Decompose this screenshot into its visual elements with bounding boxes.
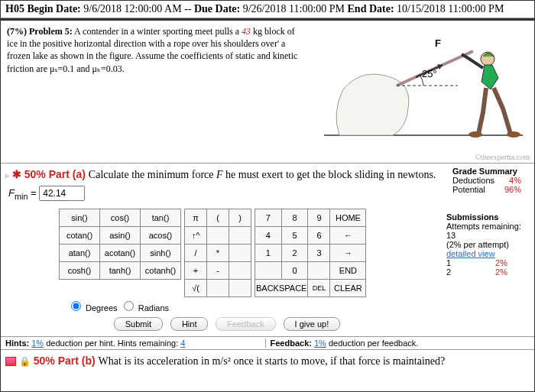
deductions-label: Deductions — [452, 176, 494, 185]
key-1[interactable]: 1 — [255, 245, 282, 262]
key-acotan[interactable]: acotan() — [100, 245, 141, 262]
answer-row: Fmin = — [8, 186, 530, 201]
key-0[interactable]: 0 — [281, 262, 308, 280]
att1: 1 — [446, 258, 451, 267]
due-date: 9/26/2018 11:00:00 PM — [243, 3, 345, 15]
key-cos[interactable]: cos() — [100, 209, 141, 227]
subs-title: Submissions — [446, 212, 530, 222]
svg-point-7 — [507, 131, 520, 138]
key-9[interactable]: 9 — [308, 209, 330, 227]
key-end[interactable]: END — [330, 262, 366, 280]
grade-summary: Grade Summary Deductions4% Potential96% — [452, 167, 521, 194]
key-asin[interactable]: asin() — [100, 227, 141, 245]
answer-var: F — [8, 187, 15, 199]
submit-button[interactable]: Submit — [114, 317, 163, 331]
answer-input[interactable] — [39, 186, 85, 201]
lock-icon: 🔒 — [19, 356, 31, 367]
potential-label: Potential — [452, 185, 485, 194]
key-blank1[interactable] — [207, 227, 229, 245]
key-div[interactable]: / — [185, 245, 207, 262]
problem-figure: F 25° — [324, 36, 523, 147]
subs-per: (2% per attempt) — [446, 240, 530, 249]
part-b-prompt: What is its acceleration in m/s² once it… — [99, 355, 446, 367]
angle-label: 25° — [422, 68, 437, 79]
submissions-box: Submissions Attempts remaining: 13 (2% p… — [446, 212, 530, 277]
key-tan[interactable]: tan() — [141, 209, 181, 227]
fb-cost: 1% — [314, 339, 326, 348]
assignment-header: H05 Begin Date: 9/6/2018 12:00:00 AM -- … — [1, 1, 534, 18]
key-3[interactable]: 3 — [308, 245, 330, 262]
prompt-var: F — [216, 169, 223, 180]
key-sub[interactable]: - — [207, 262, 229, 280]
hint-button[interactable]: Hint — [170, 317, 209, 331]
key-clear[interactable]: CLEAR — [330, 280, 366, 297]
hints-cost: 1% — [31, 339, 44, 348]
detailed-view-link[interactable]: detailed view — [446, 249, 530, 258]
due-label: Due Date: — [194, 3, 240, 15]
key-right[interactable]: → — [330, 245, 366, 262]
key-mul[interactable]: * — [207, 245, 229, 262]
number-keys: 789HOME 456← 123→ 0END BACKSPACEDELCLEAR — [255, 209, 366, 297]
key-add[interactable]: + — [185, 262, 207, 280]
key-4[interactable]: 4 — [255, 227, 282, 245]
key-rparen[interactable]: ) — [229, 209, 251, 227]
potential-val: 96% — [504, 185, 521, 194]
key-pow[interactable]: ↑^ — [185, 227, 207, 245]
key-blank3[interactable] — [229, 245, 251, 262]
end-label: End Date: — [348, 3, 394, 15]
fb-text: deduction per feedback. — [326, 339, 418, 348]
key-5[interactable]: 5 — [281, 227, 308, 245]
key-tanh[interactable]: tanh() — [100, 262, 141, 280]
key-blank2[interactable] — [229, 227, 251, 245]
problem-mass: 43 — [242, 26, 251, 37]
begin-label: Begin Date: — [27, 3, 80, 15]
angle-mode: Degrees Radians — [59, 299, 177, 313]
part-a-prompt: Calculate the minimum force F he must ex… — [89, 169, 436, 180]
grade-title: Grade Summary — [452, 167, 521, 176]
key-home[interactable]: HOME — [330, 209, 366, 227]
end-date: 10/15/2018 11:00:00 PM — [397, 3, 504, 15]
key-cotan[interactable]: cotan() — [60, 227, 100, 245]
key-cotanh[interactable]: cotanh() — [141, 262, 181, 280]
problem-text-pre: A contender in a winter sporting meet pu… — [74, 26, 242, 37]
degrees-radio[interactable]: Degrees — [67, 303, 118, 313]
prompt-pre: Calculate the minimum force — [89, 169, 216, 180]
flag-icon — [5, 357, 16, 366]
arrow-icon: ▹ — [5, 171, 9, 180]
key-pi[interactable]: π — [185, 209, 207, 227]
giveup-button[interactable]: I give up! — [284, 317, 341, 331]
key-lparen[interactable]: ( — [207, 209, 229, 227]
key-sinh[interactable]: sinh() — [141, 245, 181, 262]
operator-keys: π() ↑^ /* +- √( — [184, 209, 251, 297]
key-blank8[interactable] — [308, 262, 330, 280]
key-acos[interactable]: acos() — [141, 227, 181, 245]
key-7[interactable]: 7 — [255, 209, 282, 227]
key-blank6[interactable] — [229, 280, 251, 297]
svg-point-6 — [469, 131, 482, 138]
problem-text: (7%) Problem 5: A contender in a winter … — [7, 25, 305, 75]
key-8[interactable]: 8 — [281, 209, 308, 227]
key-atan[interactable]: atan() — [60, 245, 100, 262]
key-blank4[interactable] — [229, 262, 251, 280]
problem-label: Problem 5: — [29, 26, 73, 37]
answer-eq: = — [31, 187, 37, 199]
watermark: ©theexpertta.com — [475, 153, 530, 161]
key-2[interactable]: 2 — [281, 245, 308, 262]
att2: 2 — [446, 267, 451, 277]
calculator: sin()cos()tan() cotan()asin()acos() atan… — [59, 209, 395, 331]
key-blank5[interactable] — [207, 280, 229, 297]
key-del[interactable]: DEL — [308, 280, 330, 297]
radians-radio[interactable]: Radians — [120, 303, 169, 313]
hints-info: Hints: 1% deduction per hint. Hints rema… — [5, 339, 266, 348]
att1v: 2% — [495, 258, 507, 267]
problem-block: (7%) Problem 5: A contender in a winter … — [1, 18, 534, 163]
key-blank7[interactable] — [255, 262, 282, 280]
key-left[interactable]: ← — [330, 227, 366, 245]
key-6[interactable]: 6 — [308, 227, 330, 245]
key-sqrt[interactable]: √( — [185, 280, 207, 297]
key-sin[interactable]: sin() — [60, 209, 100, 227]
key-backspace[interactable]: BACKSPACE — [255, 280, 308, 297]
key-cosh[interactable]: cosh() — [60, 262, 100, 280]
deductions-val: 4% — [509, 176, 521, 185]
function-keys: sin()cos()tan() cotan()asin()acos() atan… — [59, 209, 181, 280]
